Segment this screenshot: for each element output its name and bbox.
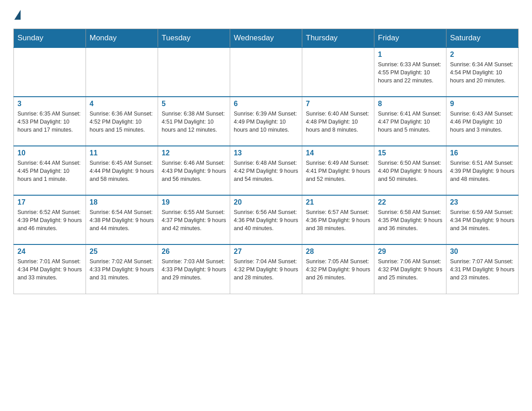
day-info: Sunrise: 6:45 AM Sunset: 4:44 PM Dayligh… [90, 159, 154, 183]
calendar-cell: 21Sunrise: 6:57 AM Sunset: 4:36 PM Dayli… [302, 195, 374, 244]
day-info: Sunrise: 6:59 AM Sunset: 4:34 PM Dayligh… [450, 208, 515, 232]
calendar-cell [302, 47, 374, 97]
calendar-cell: 11Sunrise: 6:45 AM Sunset: 4:44 PM Dayli… [86, 146, 158, 195]
day-number: 18 [90, 198, 154, 206]
calendar-cell: 18Sunrise: 6:54 AM Sunset: 4:38 PM Dayli… [86, 195, 158, 244]
day-info: Sunrise: 6:51 AM Sunset: 4:39 PM Dayligh… [450, 159, 515, 183]
calendar-cell: 16Sunrise: 6:51 AM Sunset: 4:39 PM Dayli… [446, 146, 519, 195]
day-number: 20 [234, 198, 298, 206]
calendar-cell: 29Sunrise: 7:06 AM Sunset: 4:32 PM Dayli… [374, 244, 446, 294]
day-info: Sunrise: 6:55 AM Sunset: 4:37 PM Dayligh… [162, 208, 226, 232]
calendar-cell: 25Sunrise: 7:02 AM Sunset: 4:33 PM Dayli… [86, 244, 158, 294]
day-info: Sunrise: 6:33 AM Sunset: 4:55 PM Dayligh… [378, 60, 442, 85]
calendar-header-sunday: Sunday [14, 29, 86, 48]
day-info: Sunrise: 6:44 AM Sunset: 4:45 PM Dayligh… [17, 159, 82, 183]
day-number: 13 [234, 149, 298, 157]
day-info: Sunrise: 7:02 AM Sunset: 4:33 PM Dayligh… [90, 257, 154, 282]
day-number: 11 [90, 149, 154, 157]
calendar-week-row-1: 1Sunrise: 6:33 AM Sunset: 4:55 PM Daylig… [14, 47, 519, 97]
day-info: Sunrise: 6:50 AM Sunset: 4:40 PM Dayligh… [378, 159, 442, 183]
day-number: 8 [378, 100, 442, 108]
calendar-header-friday: Friday [374, 29, 446, 48]
day-number: 9 [450, 100, 515, 108]
day-number: 14 [306, 149, 370, 157]
calendar-week-row-4: 17Sunrise: 6:52 AM Sunset: 4:39 PM Dayli… [14, 195, 519, 244]
day-info: Sunrise: 6:41 AM Sunset: 4:47 PM Dayligh… [378, 110, 442, 134]
calendar-cell: 2Sunrise: 6:34 AM Sunset: 4:54 PM Daylig… [446, 47, 519, 97]
day-number: 4 [90, 100, 154, 108]
day-number: 25 [90, 248, 154, 256]
calendar-cell: 23Sunrise: 6:59 AM Sunset: 4:34 PM Dayli… [446, 195, 519, 244]
day-info: Sunrise: 7:03 AM Sunset: 4:33 PM Dayligh… [162, 257, 226, 282]
day-info: Sunrise: 6:35 AM Sunset: 4:53 PM Dayligh… [17, 110, 82, 134]
day-info: Sunrise: 6:52 AM Sunset: 4:39 PM Dayligh… [17, 208, 82, 232]
day-info: Sunrise: 7:06 AM Sunset: 4:32 PM Dayligh… [378, 257, 442, 282]
day-info: Sunrise: 6:46 AM Sunset: 4:43 PM Dayligh… [162, 159, 226, 183]
calendar-cell: 3Sunrise: 6:35 AM Sunset: 4:53 PM Daylig… [14, 97, 86, 146]
day-number: 19 [162, 198, 226, 206]
calendar-cell: 1Sunrise: 6:33 AM Sunset: 4:55 PM Daylig… [374, 47, 446, 97]
day-number: 12 [162, 149, 226, 157]
calendar-cell: 28Sunrise: 7:05 AM Sunset: 4:32 PM Dayli… [302, 244, 374, 294]
calendar-header-thursday: Thursday [302, 29, 374, 48]
calendar-cell: 20Sunrise: 6:56 AM Sunset: 4:36 PM Dayli… [230, 195, 302, 244]
day-info: Sunrise: 6:43 AM Sunset: 4:46 PM Dayligh… [450, 110, 515, 134]
day-info: Sunrise: 7:01 AM Sunset: 4:34 PM Dayligh… [17, 257, 82, 282]
calendar-cell: 22Sunrise: 6:58 AM Sunset: 4:35 PM Dayli… [374, 195, 446, 244]
day-number: 29 [378, 248, 442, 256]
calendar-cell: 6Sunrise: 6:39 AM Sunset: 4:49 PM Daylig… [230, 97, 302, 146]
day-info: Sunrise: 6:48 AM Sunset: 4:42 PM Dayligh… [234, 159, 298, 183]
day-number: 23 [450, 198, 515, 206]
calendar-cell [86, 47, 158, 97]
day-number: 16 [450, 149, 515, 157]
calendar-cell: 24Sunrise: 7:01 AM Sunset: 4:34 PM Dayli… [14, 244, 86, 294]
day-info: Sunrise: 6:57 AM Sunset: 4:36 PM Dayligh… [306, 208, 370, 232]
day-number: 21 [306, 198, 370, 206]
calendar-week-row-5: 24Sunrise: 7:01 AM Sunset: 4:34 PM Dayli… [14, 244, 519, 294]
page-header [13, 9, 519, 20]
day-number: 26 [162, 248, 226, 256]
day-number: 6 [234, 100, 298, 108]
day-number: 3 [17, 100, 82, 108]
calendar-cell [158, 47, 230, 97]
day-info: Sunrise: 6:34 AM Sunset: 4:54 PM Dayligh… [450, 60, 515, 85]
calendar-cell: 5Sunrise: 6:38 AM Sunset: 4:51 PM Daylig… [158, 97, 230, 146]
day-number: 24 [17, 248, 82, 256]
calendar-cell: 4Sunrise: 6:36 AM Sunset: 4:52 PM Daylig… [86, 97, 158, 146]
calendar-cell: 7Sunrise: 6:40 AM Sunset: 4:48 PM Daylig… [302, 97, 374, 146]
calendar-header-tuesday: Tuesday [158, 29, 230, 48]
calendar-header-wednesday: Wednesday [230, 29, 302, 48]
day-number: 17 [17, 198, 82, 206]
logo-triangle-icon [14, 10, 21, 20]
calendar-cell: 12Sunrise: 6:46 AM Sunset: 4:43 PM Dayli… [158, 146, 230, 195]
calendar-cell: 9Sunrise: 6:43 AM Sunset: 4:46 PM Daylig… [446, 97, 519, 146]
day-info: Sunrise: 6:40 AM Sunset: 4:48 PM Dayligh… [306, 110, 370, 134]
day-info: Sunrise: 6:56 AM Sunset: 4:36 PM Dayligh… [234, 208, 298, 232]
day-number: 28 [306, 248, 370, 256]
calendar-header-monday: Monday [86, 29, 158, 48]
calendar-cell: 10Sunrise: 6:44 AM Sunset: 4:45 PM Dayli… [14, 146, 86, 195]
calendar-cell: 13Sunrise: 6:48 AM Sunset: 4:42 PM Dayli… [230, 146, 302, 195]
day-info: Sunrise: 7:07 AM Sunset: 4:31 PM Dayligh… [450, 257, 515, 282]
logo [13, 9, 21, 20]
calendar-header-row: SundayMondayTuesdayWednesdayThursdayFrid… [14, 29, 519, 48]
calendar-week-row-3: 10Sunrise: 6:44 AM Sunset: 4:45 PM Dayli… [14, 146, 519, 195]
day-number: 30 [450, 248, 515, 256]
day-info: Sunrise: 7:04 AM Sunset: 4:32 PM Dayligh… [234, 257, 298, 282]
calendar-cell: 26Sunrise: 7:03 AM Sunset: 4:33 PM Dayli… [158, 244, 230, 294]
calendar-cell: 14Sunrise: 6:49 AM Sunset: 4:41 PM Dayli… [302, 146, 374, 195]
day-info: Sunrise: 7:05 AM Sunset: 4:32 PM Dayligh… [306, 257, 370, 282]
calendar-cell: 27Sunrise: 7:04 AM Sunset: 4:32 PM Dayli… [230, 244, 302, 294]
day-number: 10 [17, 149, 82, 157]
day-number: 5 [162, 100, 226, 108]
calendar-cell: 19Sunrise: 6:55 AM Sunset: 4:37 PM Dayli… [158, 195, 230, 244]
calendar-cell: 30Sunrise: 7:07 AM Sunset: 4:31 PM Dayli… [446, 244, 519, 294]
day-info: Sunrise: 6:38 AM Sunset: 4:51 PM Dayligh… [162, 110, 226, 134]
day-number: 15 [378, 149, 442, 157]
day-info: Sunrise: 6:49 AM Sunset: 4:41 PM Dayligh… [306, 159, 370, 183]
day-info: Sunrise: 6:36 AM Sunset: 4:52 PM Dayligh… [90, 110, 154, 134]
day-number: 22 [378, 198, 442, 206]
day-info: Sunrise: 6:58 AM Sunset: 4:35 PM Dayligh… [378, 208, 442, 232]
calendar-week-row-2: 3Sunrise: 6:35 AM Sunset: 4:53 PM Daylig… [14, 97, 519, 146]
day-number: 27 [234, 248, 298, 256]
